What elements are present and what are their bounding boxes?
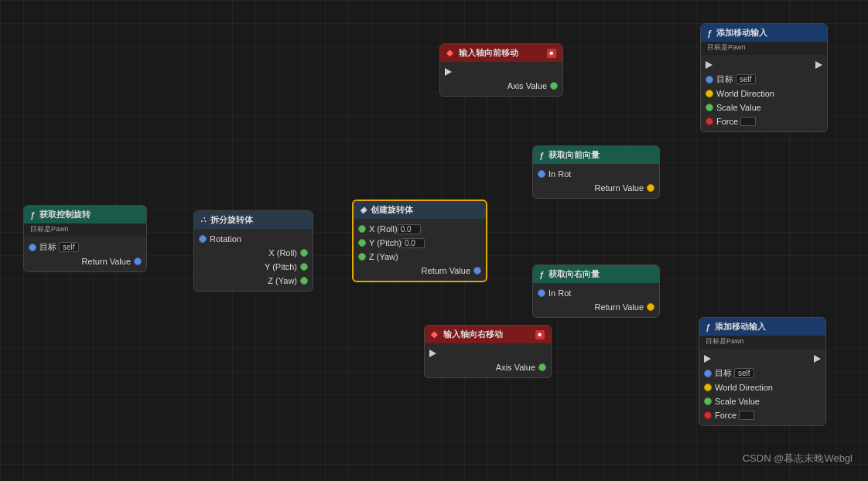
- node-subtitle: 目标是Pawn: [701, 42, 827, 55]
- x-pin[interactable]: [358, 225, 366, 233]
- scale-pin[interactable]: [706, 104, 713, 111]
- node-header-add-move-fwd: ƒ 添加移动输入: [701, 24, 827, 42]
- exec-out-pin[interactable]: [815, 61, 822, 69]
- target-label: 目标: [715, 367, 732, 379]
- return-row: Return Value: [354, 264, 486, 278]
- return-label: Return Value: [422, 266, 470, 275]
- return-pin[interactable]: [134, 258, 142, 265]
- world-dir-label: World Direction: [716, 89, 774, 98]
- node-body: In Rot Return Value: [533, 164, 659, 198]
- rotation-row: Rotation: [194, 232, 313, 246]
- world-dir-pin[interactable]: [706, 90, 713, 97]
- node-title: 输入轴向前移动: [459, 47, 518, 59]
- exec-in-pin[interactable]: [706, 61, 713, 69]
- close-button[interactable]: ■: [547, 49, 556, 58]
- y-row: Y (Pitch): [194, 260, 313, 274]
- scale-pin[interactable]: [704, 397, 712, 405]
- x-input[interactable]: [398, 224, 421, 234]
- exec-out-pin[interactable]: [814, 355, 821, 363]
- return-pin[interactable]: [473, 267, 481, 275]
- force-checkbox[interactable]: [740, 117, 756, 126]
- x-pin[interactable]: [300, 249, 308, 257]
- in-rot-row: In Rot: [533, 286, 659, 300]
- force-label: Force: [716, 117, 738, 126]
- z-pin[interactable]: [300, 277, 308, 285]
- node-title: 输入轴向右移动: [443, 329, 503, 340]
- close-button[interactable]: ■: [535, 330, 545, 339]
- node-body: Axis Value: [425, 343, 551, 377]
- in-rot-label: In Rot: [548, 169, 571, 179]
- exec-row: [425, 346, 551, 360]
- exec-out-pin[interactable]: [445, 68, 452, 76]
- node-body: Axis Value: [440, 62, 562, 96]
- world-dir-row: World Direction: [699, 380, 825, 394]
- return-pin[interactable]: [647, 303, 654, 311]
- world-dir-row: World Direction: [701, 87, 827, 101]
- force-row: Force: [699, 408, 825, 422]
- in-rot-pin[interactable]: [538, 170, 545, 178]
- return-row: Return Value: [533, 300, 659, 314]
- scale-label: Scale Value: [715, 397, 760, 406]
- return-label: Return Value: [595, 183, 644, 193]
- in-rot-row: In Rot: [533, 167, 659, 181]
- rotation-pin[interactable]: [199, 235, 207, 243]
- return-row: Return Value: [533, 181, 659, 195]
- break-rot-node: ∴ 拆分旋转体 Rotation X (Roll) Y (Pitch) Z (Y…: [193, 210, 313, 292]
- axis-label: Axis Value: [507, 81, 547, 90]
- z-label: Z (Yaw): [268, 276, 297, 285]
- exec-row: [440, 65, 562, 79]
- return-label: Return Value: [595, 302, 644, 312]
- world-dir-label: World Direction: [715, 383, 773, 392]
- target-label: 目标: [39, 241, 56, 253]
- z-row: Z (Yaw): [354, 250, 486, 264]
- in-rot-label: In Rot: [548, 288, 571, 298]
- force-label: Force: [715, 411, 736, 420]
- target-pin[interactable]: [29, 244, 36, 251]
- get-fwd-node: ƒ 获取向前向量 In Rot Return Value: [532, 145, 660, 199]
- world-dir-pin[interactable]: [704, 384, 712, 391]
- y-pin[interactable]: [300, 263, 308, 271]
- node-header-get-right: ƒ 获取向右向量: [533, 265, 659, 283]
- axis-pin[interactable]: [538, 363, 546, 371]
- force-checkbox[interactable]: [739, 411, 754, 420]
- x-row: X (Roll): [354, 222, 486, 236]
- target-pin[interactable]: [706, 76, 713, 84]
- y-pin[interactable]: [358, 239, 366, 247]
- z-row: Z (Yaw): [194, 274, 313, 288]
- node-body: In Rot Return Value: [533, 283, 659, 317]
- y-label: Y (Pitch): [265, 262, 297, 271]
- z-pin[interactable]: [358, 253, 366, 261]
- node-title: 拆分旋转体: [210, 214, 253, 226]
- self-badge: self: [736, 74, 756, 84]
- node-header-break-rot: ∴ 拆分旋转体: [194, 211, 313, 229]
- force-row: Force: [701, 114, 827, 128]
- node-header-input-fwd: ◆ 输入轴向前移动 ■: [440, 44, 562, 62]
- exec-out-pin[interactable]: [429, 350, 436, 357]
- exec-in-pin[interactable]: [704, 355, 711, 363]
- scale-row: Scale Value: [701, 101, 827, 114]
- node-title: 添加移动输入: [716, 27, 767, 39]
- add-move-right-node: ƒ 添加移动输入 目标是Pawn 目标 self World Direction…: [699, 317, 826, 426]
- force-pin[interactable]: [704, 411, 712, 419]
- node-subtitle: 目标是Pawn: [699, 336, 825, 349]
- return-pin[interactable]: [647, 184, 654, 192]
- target-pin[interactable]: [704, 370, 712, 377]
- self-badge: self: [734, 368, 754, 378]
- return-row: Return Value: [24, 254, 146, 268]
- node-title: 添加移动输入: [715, 321, 766, 333]
- exec-in-row: [701, 58, 827, 72]
- node-title: 获取向前向量: [548, 149, 600, 161]
- force-pin[interactable]: [706, 118, 713, 125]
- input-fwd-node: ◆ 输入轴向前移动 ■ Axis Value: [439, 43, 563, 97]
- y-input[interactable]: [402, 238, 425, 248]
- axis-pin[interactable]: [550, 82, 558, 90]
- x-row: X (Roll): [194, 246, 313, 260]
- exec-in-row: [699, 352, 825, 366]
- input-right-node: ◆ 输入轴向右移动 ■ Axis Value: [424, 325, 552, 378]
- axis-row: Axis Value: [425, 360, 551, 374]
- axis-label: Axis Value: [496, 363, 535, 372]
- node-header-input-right: ◆ 输入轴向右移动 ■: [425, 326, 551, 343]
- in-rot-pin[interactable]: [538, 289, 545, 297]
- target-row: 目标 self: [701, 72, 827, 87]
- x-label: X (Roll): [268, 248, 297, 258]
